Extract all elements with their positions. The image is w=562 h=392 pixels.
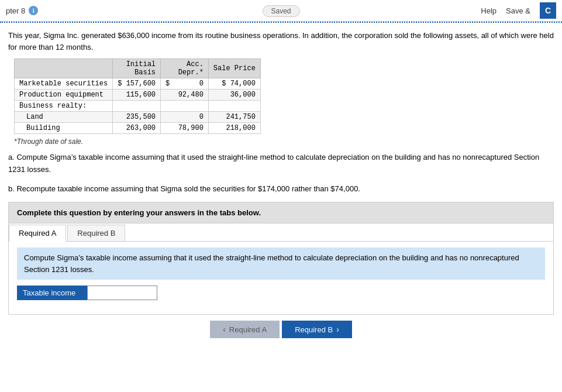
tab-required-a[interactable]: Required A <box>9 225 66 242</box>
basis-4: 235,500 <box>113 112 161 123</box>
col-header-asset <box>15 59 113 78</box>
taxable-income-input[interactable] <box>87 286 157 300</box>
asset-table: InitialBasis Acc.Depr.* Sale Price Marke… <box>14 59 261 134</box>
answer-row: Taxable income <box>17 286 545 300</box>
col-header-depr: Acc.Depr.* <box>161 59 209 78</box>
info-icon[interactable]: i <box>29 6 38 15</box>
depr-5: 78,900 <box>161 123 209 134</box>
tab-a-instruction-text: Compute Sigma’s taxable income assuming … <box>24 253 519 274</box>
save-link[interactable]: Save & <box>506 6 530 15</box>
instruction-box: Complete this question by entering your … <box>8 202 554 223</box>
basis-3 <box>113 101 161 112</box>
saved-badge: Saved <box>262 5 299 17</box>
asset-name-4: Land <box>15 112 113 123</box>
help-link[interactable]: Help <box>481 6 497 15</box>
corner-button[interactable]: C <box>540 2 556 19</box>
depr-1: $ 0 <box>161 78 209 90</box>
nav-buttons: ‹ Required A Required B › <box>8 315 554 348</box>
col-header-sale: Sale Price <box>208 59 260 78</box>
tabs-header: Required A Required B <box>9 223 553 242</box>
depr-3 <box>161 101 209 112</box>
tab-required-a-label: Required A <box>19 229 56 238</box>
prev-button-label: Required A <box>229 325 267 334</box>
table-footnote: *Through date of sale. <box>14 137 554 146</box>
top-bar: pter 8 i Saved Help Save & C <box>0 0 562 22</box>
asset-name-2: Production equipment <box>15 90 113 101</box>
tab-content-required-a: Compute Sigma’s taxable income assuming … <box>9 242 553 314</box>
prev-arrow-icon: ‹ <box>223 325 226 334</box>
sale-2: 36,000 <box>208 90 260 101</box>
top-bar-right: Help Save & C <box>481 2 556 19</box>
asset-name-1: Marketable securities <box>15 78 113 90</box>
main-content: This year, Sigma Inc. generated $636,000… <box>0 23 562 348</box>
problem-intro: This year, Sigma Inc. generated $636,000… <box>8 30 554 53</box>
depr-4: 0 <box>161 112 209 123</box>
answer-label: Taxable income <box>17 286 87 300</box>
table-row: Land 235,500 0 241,750 <box>15 112 261 123</box>
instruction-text: Complete this question by entering your … <box>17 208 261 217</box>
depr-2: 92,480 <box>161 90 209 101</box>
col-header-basis: InitialBasis <box>113 59 161 78</box>
asset-name-5: Building <box>15 123 113 134</box>
basis-1: $ 157,600 <box>113 78 161 90</box>
tab-required-b[interactable]: Required B <box>67 225 125 241</box>
basis-5: 263,000 <box>113 123 161 134</box>
top-bar-left: pter 8 i <box>6 6 38 15</box>
sale-3 <box>208 101 260 112</box>
sale-1: $ 74,000 <box>208 78 260 90</box>
table-row: Production equipment 115,600 92,480 36,0… <box>15 90 261 101</box>
table-row: Marketable securities $ 157,600 $ 0 $ 74… <box>15 78 261 90</box>
prev-button[interactable]: ‹ Required A <box>210 321 280 338</box>
tabs-container: Required A Required B Compute Sigma’s ta… <box>8 223 554 315</box>
tab-required-b-label: Required B <box>77 229 115 238</box>
tab-a-instruction: Compute Sigma’s taxable income assuming … <box>17 247 545 280</box>
table-row: Building 263,000 78,900 218,000 <box>15 123 261 134</box>
table-row: Business realty: <box>15 101 261 112</box>
next-button-label: Required B <box>295 325 333 334</box>
question-b: b. Recompute taxable income assuming tha… <box>8 183 554 195</box>
basis-2: 115,600 <box>113 90 161 101</box>
asset-name-3: Business realty: <box>15 101 113 112</box>
next-arrow-icon: › <box>336 325 339 334</box>
chapter-title: pter 8 <box>6 6 25 15</box>
next-button[interactable]: Required B › <box>282 321 352 338</box>
sale-4: 241,750 <box>208 112 260 123</box>
sale-5: 218,000 <box>208 123 260 134</box>
question-a: a. Compute Sigma’s taxable income assumi… <box>8 152 554 176</box>
